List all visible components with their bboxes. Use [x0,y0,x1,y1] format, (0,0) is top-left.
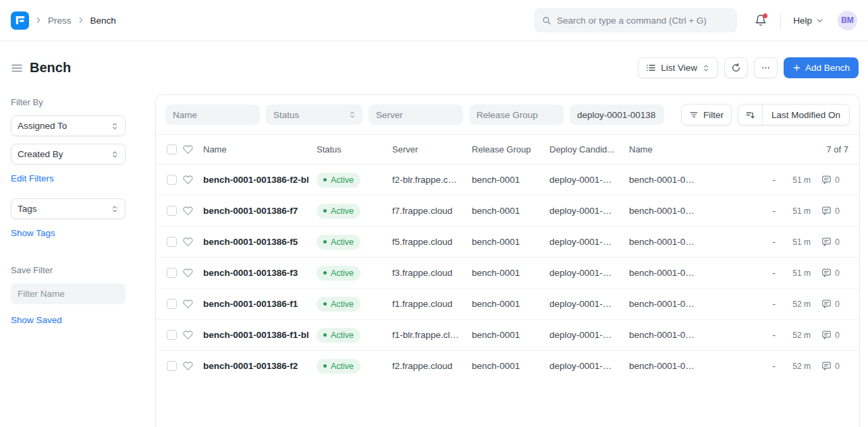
bench-name-cell[interactable]: bench-0001-001386-f1 [203,299,308,309]
comment-icon [821,206,832,216]
column-header-status[interactable]: Status [317,144,392,154]
table-row[interactable]: bench-0001-001386-f2 Active f2.frappe.cl… [156,350,859,381]
table-row[interactable]: bench-0001-001386-f1 Active f1.frappe.cl… [156,288,859,319]
server-cell: f1-blr.frappe.cl… [392,330,472,340]
topbar-divider [780,12,781,28]
favorite-heart-icon[interactable] [183,237,203,247]
table-body: bench-0001-001386-f2-blr Active f2-blr.f… [156,164,859,381]
row-checkbox[interactable] [167,361,177,371]
show-saved-link[interactable]: Show Saved [11,315,62,325]
view-switcher-label: List View [661,63,697,73]
favorite-heart-icon[interactable] [183,268,203,278]
chevron-down-icon [815,16,824,25]
sidebar-toggle-button[interactable] [11,62,23,74]
name-filter-input[interactable] [165,105,260,125]
row-checkbox[interactable] [167,299,177,309]
plus-icon [792,63,801,72]
row-checkbox[interactable] [167,268,177,278]
sort-field-button[interactable]: Last Modified On [762,105,849,125]
bench-name-cell[interactable]: bench-0001-001386-f5 [203,237,308,247]
column-header-name-2[interactable]: Name [629,144,749,154]
deploy-candidate-cell: deploy-0001-… [549,175,629,185]
status-dot-icon [323,178,327,181]
bench-name-cell[interactable]: bench-0001-001386-f2 [203,361,308,371]
favorite-heart-icon[interactable] [183,206,203,216]
assignee-cell: - [773,206,776,216]
status-filter-select[interactable]: Status [266,105,362,125]
user-avatar[interactable]: BM [838,11,857,30]
favorite-heart-icon[interactable] [183,299,203,309]
modified-time-cell: 52 m [792,331,811,340]
sort-button-group: Last Modified On [738,104,850,125]
frappe-logo-icon [13,13,28,28]
server-filter-input[interactable] [369,105,463,125]
bench-name-cell[interactable]: bench-0001-001386-f7 [203,206,308,216]
tags-select[interactable]: Tags [11,198,126,219]
sort-direction-button[interactable] [738,105,762,125]
column-header-release-group[interactable]: Release Group [472,144,549,154]
favorite-heart-icon[interactable] [183,175,203,185]
column-header-name[interactable]: Name [203,144,317,154]
frappe-logo[interactable] [11,11,29,30]
show-tags-link[interactable]: Show Tags [11,228,55,238]
select-all-checkbox[interactable] [167,144,177,154]
row-checkbox[interactable] [167,237,177,247]
comment-count: 0 [835,175,840,185]
deploy-candidate-filter-input[interactable] [570,105,664,125]
favorite-heart-icon[interactable] [183,361,203,371]
breadcrumb-press[interactable]: Press [48,16,72,26]
release-group-filter-input[interactable] [469,105,564,125]
table-row[interactable]: bench-0001-001386-f1-blr Active f1-blr.f… [156,319,859,350]
global-search[interactable] [535,8,737,32]
comments-cell: 0 [811,330,848,340]
search-input[interactable] [557,16,730,26]
status-cell: Active [317,297,392,312]
notifications-button[interactable] [755,14,767,26]
breadcrumb-bench[interactable]: Bench [90,16,116,26]
deploy-candidate-cell: deploy-0001-… [549,206,629,216]
status-dot-icon [323,302,327,306]
column-header-deploy-candidate[interactable]: Deploy Candid... [549,144,629,154]
assignee-cell: - [773,299,776,309]
status-badge: Active [317,266,360,281]
edit-filters-link[interactable]: Edit Filters [11,173,54,183]
table-row[interactable]: bench-0001-001386-f7 Active f7.frappe.cl… [156,195,859,226]
created-by-select[interactable]: Created By [11,144,126,165]
release-group-cell: bench-0001 [472,268,549,278]
bench-name-cell[interactable]: bench-0001-001386-f2-blr [203,175,308,185]
bench-title-cell: bench-0001-0… [629,299,749,309]
comments-cell: 0 [811,175,848,185]
column-header-server[interactable]: Server [392,144,472,154]
filter-button[interactable]: Filter [681,104,732,125]
row-checkbox[interactable] [167,206,177,216]
bench-title-cell: bench-0001-0… [629,237,749,247]
add-bench-button[interactable]: Add Bench [784,57,859,78]
deploy-candidate-cell: deploy-0001-… [549,237,629,247]
more-icon [761,63,771,73]
table-row[interactable]: bench-0001-001386-f2-blr Active f2-blr.f… [156,164,859,195]
bench-name-cell[interactable]: bench-0001-001386-f1-blr [203,330,308,340]
refresh-button[interactable] [724,57,748,78]
view-switcher-button[interactable]: List View [638,57,718,78]
table-row[interactable]: bench-0001-001386-f5 Active f5.frappe.cl… [156,226,859,257]
modified-time-cell: 51 m [792,206,811,216]
filter-name-input[interactable] [11,283,126,304]
bench-name-cell[interactable]: bench-0001-001386-f3 [203,268,308,278]
row-checkbox[interactable] [167,330,177,340]
status-cell: Active [317,328,392,343]
comment-count: 0 [835,300,840,309]
status-cell: Active [317,235,392,250]
favorite-heart-icon[interactable] [183,330,203,340]
status-filter-label: Status [273,110,299,120]
page-title: Bench [30,60,71,76]
bench-title-cell: bench-0001-0… [629,175,749,185]
table-row[interactable]: bench-0001-001386-f3 Active f3.frappe.cl… [156,257,859,288]
help-menu[interactable]: Help [793,16,824,26]
more-options-button[interactable] [754,57,778,78]
comments-cell: 0 [811,237,848,247]
comment-count: 0 [835,268,840,278]
assigned-to-select[interactable]: Assigned To [11,115,126,136]
release-group-cell: bench-0001 [472,175,549,185]
comments-cell: 0 [811,299,848,309]
row-checkbox[interactable] [167,175,177,185]
